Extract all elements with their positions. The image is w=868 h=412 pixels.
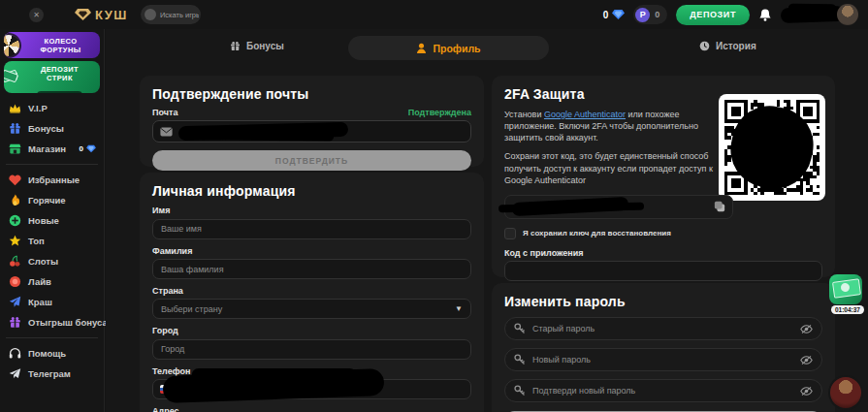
sidebar-item-bonus-wagering[interactable]: Отыгрыш бонуса [4, 312, 100, 333]
first-name-field[interactable] [152, 219, 471, 239]
username-redaction-scribble [781, 6, 846, 23]
saved-key-checkbox-row: Я сохранил ключ для восстановления [504, 228, 822, 239]
tab-bonuses[interactable]: Бонусы [230, 41, 284, 51]
google-authenticator-link[interactable]: Google Authenticator [544, 110, 626, 119]
tab-history-label: История [716, 41, 756, 51]
sidebar-item-live[interactable]: Лайв [4, 271, 100, 292]
twofa-card: 2FA Защита Установи Google Authenticator… [492, 76, 835, 277]
personal-card-title: Личная информация [152, 183, 471, 199]
country-select[interactable]: Выбери страну ▼ [152, 299, 471, 319]
email-confirmation-card: Подтверждение почты Почта Подтверждена П… [140, 76, 484, 167]
money-promo-widget[interactable] [829, 274, 862, 304]
old-password-field[interactable] [532, 324, 793, 333]
chevron-down-icon: ▼ [455, 304, 463, 313]
wheel-button-line1: КОЛЕСО [21, 37, 100, 46]
search-bar[interactable] [141, 5, 201, 24]
support-avatar[interactable] [830, 377, 861, 408]
confirm-password-field[interactable] [532, 386, 793, 396]
twofa-qr-code [719, 94, 825, 201]
app-code-label: Код с приложения [504, 248, 822, 258]
currency-balance[interactable]: P 0 [633, 5, 667, 24]
country-label: Страна [152, 286, 471, 296]
right-column: 2FA Защита Установи Google Authenticator… [492, 76, 835, 412]
flame-icon [9, 194, 21, 206]
sidebar-item-top[interactable]: Топ [4, 231, 100, 251]
sidebar-item-bonuses[interactable]: Бонусы [4, 118, 100, 139]
eye-off-icon[interactable] [800, 324, 813, 334]
sidebar-item-label: Избранные [28, 174, 80, 185]
phone-redaction-scribble [163, 368, 385, 403]
tab-profile-label: Профиль [433, 43, 480, 54]
sidebar-item-slots[interactable]: Слоты [4, 251, 100, 271]
person-icon [416, 43, 427, 54]
confirm-password-row [504, 379, 822, 402]
logo-text: КУШ [95, 8, 128, 22]
eye-off-icon[interactable] [800, 355, 813, 365]
key-icon [514, 385, 526, 396]
last-name-field[interactable] [152, 259, 471, 279]
deposit-streak-button[interactable]: ДЕПОЗИТ СТРИК 01Д 04Ч 37М [4, 61, 100, 93]
eye-off-icon[interactable] [800, 386, 813, 396]
streak-timer: 01Д 04Ч 37М [37, 91, 82, 93]
clock-icon [699, 41, 710, 51]
envelope-icon [160, 127, 173, 137]
close-icon: ✕ [33, 11, 40, 19]
email-label: Почта [152, 108, 177, 117]
heart-icon [9, 174, 21, 186]
confirm-email-button[interactable]: ПОДТВЕРДИТЬ [152, 150, 471, 171]
twofa-recovery-key-field [504, 195, 733, 219]
diamond-logo-icon [75, 8, 91, 21]
left-column: Подтверждение почты Почта Подтверждена П… [140, 76, 484, 412]
main-content: Бонусы Профиль История Подтверждение поч… [106, 29, 868, 412]
logo[interactable]: КУШ [75, 8, 128, 22]
avatar[interactable] [837, 4, 858, 25]
sidebar-item-vip[interactable]: V.I.P [4, 98, 100, 118]
sidebar-item-crash[interactable]: Краш [4, 292, 100, 312]
topbar: ✕ КУШ 0 P 0 ДЕПОЗИТ [0, 0, 868, 29]
crown-icon [9, 102, 21, 114]
topbar-right: 0 P 0 ДЕПОЗИТ [603, 3, 860, 26]
tab-history[interactable]: История [699, 41, 756, 51]
sidebar-item-help[interactable]: Помощь [4, 343, 100, 364]
user-menu[interactable] [781, 3, 860, 26]
address-label: Адрес [152, 406, 471, 412]
city-field[interactable] [152, 339, 471, 360]
copy-icon[interactable] [714, 201, 725, 212]
sidebar-item-label: Лайв [28, 276, 51, 287]
sidebar-item-telegram[interactable]: Телеграм [4, 364, 100, 384]
streak-button-line2: СТРИК [19, 74, 100, 82]
city-label: Город [152, 326, 471, 335]
currency-icon: P [635, 8, 650, 22]
sidebar-item-shop[interactable]: Магазин 0 [4, 139, 100, 159]
collapse-sidebar-button[interactable]: ✕ [29, 8, 44, 22]
sidebar-item-new[interactable]: Новые [4, 210, 100, 231]
sidebar-item-hot[interactable]: Горячие [4, 190, 100, 210]
tab-profile[interactable]: Профиль [348, 36, 549, 60]
phone-field[interactable] [152, 379, 471, 399]
currency-balance-value: 0 [655, 10, 659, 19]
twofa-p1-before: Установи [504, 110, 544, 119]
key-icon [514, 354, 526, 365]
search-icon [145, 9, 156, 20]
sidebar-item-label: V.I.P [28, 103, 48, 113]
old-password-row [504, 317, 822, 340]
shop-gem-count: 0 [80, 144, 83, 153]
email-card-title: Подтверждение почты [152, 86, 471, 102]
wheel-of-fortune-button[interactable]: КОЛЕСО ФОРТУНЫ [4, 32, 100, 58]
sidebar-item-label: Отыгрыш бонуса [28, 317, 108, 328]
saved-key-checkbox[interactable] [504, 228, 516, 239]
search-input[interactable] [160, 11, 199, 19]
cherries-icon [9, 255, 21, 268]
saved-key-checkbox-label: Я сохранил ключ для восстановления [523, 229, 671, 238]
key-icon [514, 323, 526, 334]
plus-circle-icon [9, 214, 21, 227]
headset-icon [9, 347, 21, 360]
new-password-field[interactable] [532, 355, 793, 364]
email-field[interactable] [152, 120, 471, 143]
bell-icon[interactable] [758, 8, 772, 22]
app-code-field[interactable] [504, 261, 822, 281]
country-select-value: Выбери страну [161, 304, 222, 314]
deposit-button[interactable]: ДЕПОЗИТ [676, 5, 750, 25]
first-name-label: Имя [152, 206, 471, 215]
sidebar-item-favorites[interactable]: Избранные [4, 170, 100, 190]
